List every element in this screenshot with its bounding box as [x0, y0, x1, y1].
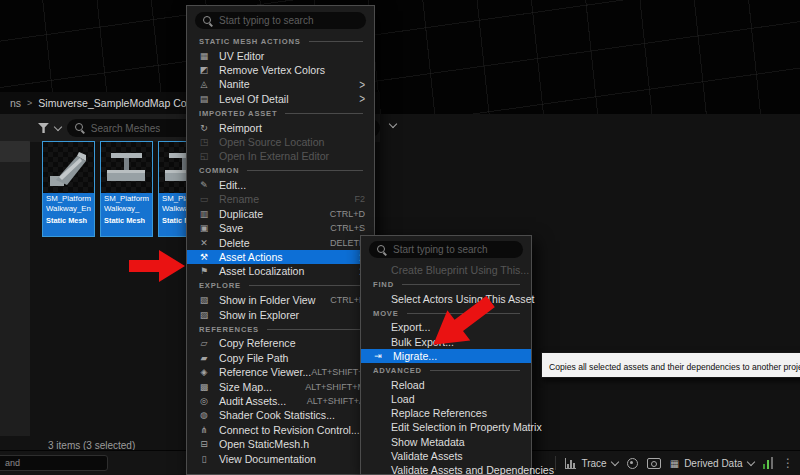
section-label: STATIC MESH ACTIONS	[199, 37, 301, 46]
migrate-tooltip: Copies all selected assets and their dep…	[541, 352, 800, 378]
menu-item-remove-vertex-colors[interactable]: ◩Remove Vertex Colors	[187, 63, 374, 77]
shortcut-label: ALT+SHIFT+A	[307, 396, 365, 406]
trace-chevron-down-icon	[610, 457, 618, 465]
menu-item-label: Open Source Location	[219, 136, 324, 148]
asset-name-line2: Walkway_	[104, 204, 149, 214]
insights-session-icon[interactable]	[627, 458, 638, 469]
menu-item-label: Validate Assets	[391, 450, 463, 462]
section-divider	[430, 370, 520, 371]
menu-item-size-map[interactable]: ▩Size Map...ALT+SHIFT+M	[187, 379, 374, 393]
menu-item-label: Asset Actions	[219, 251, 283, 263]
breadcrumb-current-folder[interactable]: Simuverse_SampleModMap Content	[38, 97, 210, 109]
breadcrumb-separator-icon: >	[27, 98, 32, 108]
menu-item-duplicate[interactable]: ▥DuplicateCTRL+D	[187, 207, 374, 221]
menu-item-label: Load	[391, 393, 415, 405]
duplicate-icon: ▥	[197, 209, 211, 219]
search-icon	[75, 123, 85, 133]
statusbar-divider	[555, 456, 556, 470]
menu-item-load[interactable]: Load	[361, 392, 531, 406]
menu-item-open-staticmesh-h[interactable]: ⊟Open StaticMesh.h	[187, 437, 374, 451]
console-command-text: and	[5, 458, 20, 468]
menu-item-view-documentation[interactable]: ▯View Documentation	[187, 451, 374, 465]
section-label: MOVE	[373, 309, 399, 318]
menu-item-label: Save	[219, 222, 243, 234]
derived-data-chevron-down-icon	[746, 457, 754, 465]
menu-item-validate-assets-and-dependencies[interactable]: Validate Assets and Dependencies	[361, 463, 531, 475]
section-imported-asset: IMPORTED ASSET	[187, 106, 374, 120]
audit-assets-icon: ◎	[197, 396, 211, 406]
menu-item-copy-reference[interactable]: ▱Copy Reference	[187, 336, 374, 350]
menu-item-show-in-explorer[interactable]: ▨Show in Explorer	[187, 307, 374, 321]
trace-button[interactable]: Trace	[565, 458, 617, 469]
menu-item-label: Duplicate	[219, 208, 263, 220]
tooltip-text: Copies all selected assets and their dep…	[549, 362, 800, 372]
asset-thumbnail	[43, 142, 94, 193]
menu-item-copy-file-path[interactable]: ▰Copy File Path	[187, 351, 374, 365]
console-command-input[interactable]: and	[0, 455, 108, 471]
view-settings-chevron-down-icon[interactable]	[389, 120, 397, 128]
header-file-icon: ⊟	[197, 439, 211, 449]
red-arrow-asset-actions-icon	[129, 247, 185, 285]
menu-item-label: Delete	[219, 237, 250, 249]
menu-item-label: Show Metadata	[391, 436, 465, 448]
menu-item-level-of-detail[interactable]: ▤Level Of Detail>	[187, 92, 374, 106]
menu-item-label: Rename	[219, 193, 259, 205]
unreal-editor-screen: ns > Simuverse_SampleModMap Content Sear…	[0, 0, 800, 475]
menu-item-reference-viewer[interactable]: ◈Reference Viewer...ALT+SHIFT+R	[187, 365, 374, 379]
shortcut-label: CTRL+D	[330, 209, 365, 219]
menu-item-label: Migrate...	[393, 350, 437, 362]
asset-tile-sm-platform-walkway-end[interactable]: SM_PlatformWalkway_EndStatic Mesh	[42, 141, 95, 237]
menu-item-delete[interactable]: ✕DeleteDELETE	[187, 235, 374, 249]
menu-search-input[interactable]: Start typing to search	[195, 12, 366, 29]
revision-control-icon: ⋔	[197, 425, 211, 435]
menu-item-shader-cook-statistics[interactable]: ◍Shader Cook Statistics...	[187, 408, 374, 422]
folder-tree-selected-item[interactable]	[0, 141, 30, 162]
menu-item-edit[interactable]: ✎Edit...	[187, 178, 374, 192]
menu-item-uv-editor[interactable]: ▦UV Editor	[187, 48, 374, 62]
screenshot-icon[interactable]	[647, 458, 661, 469]
folder-view-icon: ▧	[197, 295, 211, 305]
filter-icon[interactable]	[38, 123, 49, 133]
asset-tile-sm-platform-walkway[interactable]: SM_PlatformWalkway_Static Mesh	[100, 141, 153, 237]
asset-thumbnail	[101, 142, 152, 193]
menu-item-select-actors-using-this-asset[interactable]: Select Actors Using This Asset	[361, 292, 531, 306]
menu-item-label: Audit Assets...	[219, 395, 286, 407]
menu-item-edit-selection-in-property-matrix[interactable]: Edit Selection in Property Matrix	[361, 420, 531, 434]
more-options-icon[interactable]: ⋮	[782, 458, 794, 468]
menu-item-nanite[interactable]: ◬Nanite>	[187, 77, 374, 91]
menu-item-label: Reference Viewer...	[219, 366, 311, 378]
derived-data-button[interactable]: ▦ Derived Data	[670, 458, 754, 469]
search-icon	[203, 16, 213, 26]
section-advanced: ADVANCED	[361, 363, 531, 377]
menu-item-label: Validate Assets and Dependencies	[391, 464, 554, 475]
breadcrumb-prefix[interactable]: ns	[10, 97, 21, 109]
submenu-search-placeholder: Start typing to search	[393, 244, 488, 255]
menu-item-connect-to-revision-control[interactable]: ⋔Connect to Revision Control...	[187, 423, 374, 437]
menu-item-label: View Documentation	[219, 453, 316, 465]
asset-context-menu: Start typing to search STATIC MESH ACTIO…	[186, 5, 375, 475]
asset-name-line1: SM_Platform	[104, 194, 149, 204]
section-label: IMPORTED ASSET	[199, 109, 277, 118]
menu-item-asset-localization[interactable]: ⚑Asset Localization>	[187, 264, 374, 278]
derived-data-grid-icon: ▦	[670, 458, 679, 469]
menu-item-reimport[interactable]: ↻Reimport	[187, 120, 374, 134]
reimport-icon: ↻	[197, 123, 211, 133]
menu-item-show-metadata[interactable]: Show Metadata	[361, 435, 531, 449]
menu-item-asset-actions[interactable]: ⚒Asset Actions>	[187, 250, 374, 264]
documentation-icon: ▯	[197, 454, 211, 464]
menu-item-label: Show in Explorer	[219, 309, 299, 321]
asset-name-line2: Walkway_End	[46, 204, 91, 214]
menu-item-reload[interactable]: Reload	[361, 377, 531, 391]
section-static-mesh-actions: STATIC MESH ACTIONS	[187, 34, 374, 48]
menu-item-label: Size Map...	[219, 381, 272, 393]
submenu-search-input[interactable]: Start typing to search	[369, 241, 523, 258]
menu-item-save[interactable]: ▣SaveCTRL+S	[187, 221, 374, 235]
menu-item-validate-assets[interactable]: Validate Assets	[361, 449, 531, 463]
menu-item-audit-assets[interactable]: ◎Audit Assets...ALT+SHIFT+A	[187, 394, 374, 408]
resource-levels-icon[interactable]	[763, 457, 774, 469]
menu-item-show-in-folder-view[interactable]: ▧Show in Folder ViewCTRL+B	[187, 293, 374, 307]
menu-item-replace-references[interactable]: Replace References	[361, 406, 531, 420]
menu-item-open-source-location: ◳Open Source Location	[187, 135, 374, 149]
filter-chevron-down-icon[interactable]	[54, 122, 62, 130]
section-references: REFERENCES	[187, 322, 374, 336]
